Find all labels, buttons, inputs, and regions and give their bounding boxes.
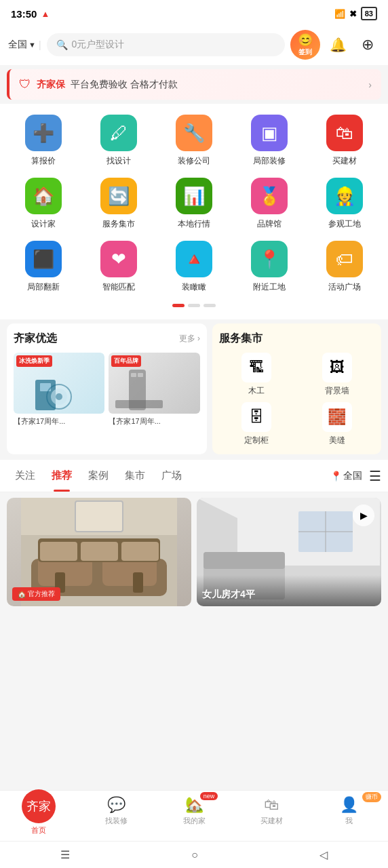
renovation-icon-box: 🔧 <box>176 115 212 151</box>
service-item-dingZhiGui[interactable]: 🗄 定制柜 <box>219 402 294 446</box>
home-round-button[interactable]: 齐家 <box>22 789 56 823</box>
tab-anli[interactable]: 案例 <box>80 460 117 492</box>
nav-jiancai-label: 买建材 <box>260 816 283 826</box>
play-button[interactable]: ▶ <box>353 505 374 526</box>
nav-home[interactable]: 齐家 首页 <box>0 791 77 841</box>
mugong-icon-box: 🏗 <box>241 353 271 382</box>
official-text: 官方推荐 <box>28 589 55 599</box>
nav-wo[interactable]: 👤 赚币 我 <box>311 791 388 841</box>
icon-zhuangkan[interactable]: 🔺 装瞰瞰 <box>163 241 225 293</box>
tab-guanzhu[interactable]: 关注 <box>7 460 43 492</box>
chevron-down-icon: ▼ <box>28 41 36 49</box>
icon-zhaosheji[interactable]: 🖊 找设计 <box>88 115 149 167</box>
svg-rect-7 <box>138 373 143 377</box>
nav-badge: new <box>200 792 218 800</box>
sys-home-icon[interactable]: ○ <box>191 849 198 861</box>
product-item-2[interactable]: 百年品牌 【齐家17周年... <box>109 353 199 427</box>
svg-rect-20 <box>75 501 123 532</box>
icon-label-zhineng: 智能匹配 <box>102 281 135 293</box>
add-button[interactable]: ⊕ <box>355 33 380 57</box>
icon-hangqing[interactable]: 📊 本地行情 <box>163 178 225 230</box>
room-img: ▶ 女儿房才4平 <box>197 498 381 606</box>
more-text: 更多 <box>179 334 195 343</box>
nav-wodeJia[interactable]: 🏡 new 我的家 <box>155 791 233 841</box>
icon-huodong[interactable]: 🏷 活动广场 <box>314 241 375 293</box>
more-arrow: › <box>197 334 200 343</box>
icons-row-1: ➕ 算报价 🖊 找设计 🔧 装修公司 ▣ 局部装修 🛍 买建材 <box>0 115 388 167</box>
pagination-dots <box>0 304 388 307</box>
search-bar[interactable]: 🔍 0元户型设计 <box>47 33 285 56</box>
feed-section: 🏠 官方推荐 <box>0 492 388 612</box>
tab-guangchang[interactable]: 广场 <box>153 460 190 492</box>
icon-zhineng[interactable]: ❤ 智能匹配 <box>88 241 149 293</box>
content-row: 齐家优选 更多 › 冰洗焕新季 <box>7 323 381 454</box>
product-title-2: 【齐家17周年... <box>109 416 199 427</box>
icon-label-canguan: 参观工地 <box>328 218 361 230</box>
designer-icon-box: 🏠 <box>25 178 62 214</box>
svg-rect-29 <box>203 552 285 569</box>
meiqi-label: 美缝 <box>329 435 345 446</box>
service-header: 服务集市 <box>219 332 374 346</box>
smart-icon-box: ❤ <box>100 241 137 277</box>
bell-icon: 🔔 <box>330 37 347 53</box>
product-row: 冰洗焕新季 【齐家17周年... 百年品牌 <box>14 353 200 427</box>
design-icon-box: 🖊 <box>100 115 137 151</box>
notification-button[interactable]: 🔔 <box>326 33 350 57</box>
svg-rect-15 <box>133 572 143 593</box>
product-badge-2: 百年品牌 <box>111 355 141 367</box>
icon-label-zhuangkan: 装瞰瞰 <box>182 281 206 293</box>
tab-jishi[interactable]: 集市 <box>117 460 153 492</box>
icon-suanbaoijia[interactable]: ➕ 算报价 <box>13 115 74 167</box>
tab-tuijian[interactable]: 推荐 <box>43 460 80 492</box>
nav-home-label: 首页 <box>31 825 46 835</box>
youxuan-header: 齐家优选 更多 › <box>14 332 200 346</box>
hard-hat-icon: 👷 <box>334 186 355 207</box>
sign-in-button[interactable]: 😊 签到 <box>290 30 320 60</box>
icon-pinpai[interactable]: 🏅 品牌馆 <box>239 178 300 230</box>
icon-zhuangxiu[interactable]: 🔧 装修公司 <box>163 115 225 167</box>
qijiabao-banner[interactable]: 🛡 齐家保 平台免费验收 合格才付款 › <box>7 69 381 100</box>
icon-jubu[interactable]: ▣ 局部装修 <box>239 115 300 167</box>
bag-icon: 🛍 <box>336 123 353 144</box>
product-img-bg-2: 百年品牌 <box>109 353 199 414</box>
nav-zhuangxiu[interactable]: 💬 找装修 <box>77 791 155 841</box>
location-button[interactable]: 全国 ▼ | <box>8 39 41 51</box>
dot-1 <box>172 304 185 307</box>
youxuan-more-link[interactable]: 更多 › <box>179 333 200 344</box>
feed-card-1[interactable]: 🏠 官方推荐 <box>7 498 191 606</box>
icon-fuwu[interactable]: 🔄 服务集市 <box>88 178 149 230</box>
dingzhigui-icon-box: 🗄 <box>241 402 271 432</box>
wifi-icon: 📶 <box>334 9 345 19</box>
search-icon: 🔍 <box>56 39 68 50</box>
icon-label-pinpai: 品牌馆 <box>257 218 282 230</box>
product-img-2: 百年品牌 <box>109 353 199 414</box>
wrench-icon: 🔧 <box>183 123 205 144</box>
shop-icon: 🛍 <box>264 796 279 814</box>
nav-jiancai[interactable]: 🛍 买建材 <box>233 791 310 841</box>
service-item-meiQi[interactable]: 🧱 美缝 <box>299 402 374 446</box>
icon-label-jubufanxin: 局部翻新 <box>27 281 60 293</box>
sys-back-icon[interactable]: ◁ <box>319 848 328 861</box>
partial-icon: ▣ <box>261 123 278 144</box>
tab-menu-icon[interactable]: ☰ <box>369 468 381 484</box>
icon-fujingongdi[interactable]: 📍 附近工地 <box>239 241 300 293</box>
location-icon: 📍 <box>258 249 280 270</box>
dot-3 <box>203 304 216 307</box>
icon-label-fujingongdi: 附近工地 <box>253 281 286 293</box>
beijingqiang-label: 背景墙 <box>325 385 349 397</box>
tab-location[interactable]: 📍 全国 <box>330 470 362 482</box>
icon-shejijia[interactable]: 🏠 设计家 <box>13 178 74 230</box>
icon-canguan[interactable]: 👷 参观工地 <box>314 178 375 230</box>
service-grid: 🏗 木工 🖼 背景墙 🗄 定制柜 🧱 美缝 <box>219 353 374 446</box>
icon-label-zhuangxiu: 装修公司 <box>178 155 210 167</box>
service-item-muGong[interactable]: 🏗 木工 <box>219 353 294 397</box>
service-item-beiJingQiang[interactable]: 🖼 背景墙 <box>299 353 374 397</box>
feed-card-2[interactable]: ▶ 女儿房才4平 <box>197 498 381 606</box>
icon-jubufanxin[interactable]: ⬛ 局部翻新 <box>13 241 74 293</box>
sys-menu-icon[interactable]: ☰ <box>60 848 70 861</box>
product-item-1[interactable]: 冰洗焕新季 【齐家17周年... <box>14 353 104 427</box>
svg-rect-17 <box>81 542 118 561</box>
grid-icon: ⬛ <box>33 249 54 270</box>
icon-jiancai[interactable]: 🛍 买建材 <box>314 115 375 167</box>
location-label: 全国 <box>8 39 27 51</box>
